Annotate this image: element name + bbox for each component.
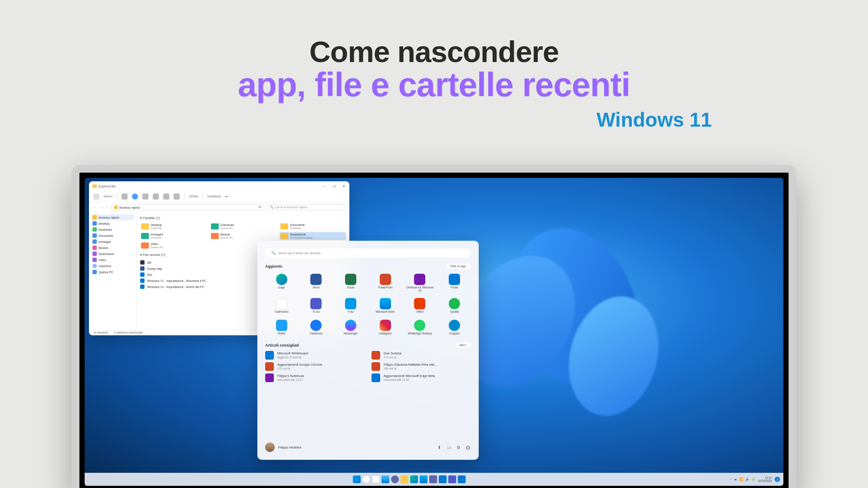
folders-header[interactable]: ▾ Cartelle (7) [140, 216, 346, 220]
pinned-app[interactable]: Microsoft Store [369, 296, 402, 315]
sidebar-item[interactable]: Download [92, 226, 134, 233]
folder-item[interactable]: MusicaQuesto PC [210, 232, 276, 240]
pinned-app[interactable]: To Do [300, 296, 333, 315]
app-icon[interactable] [458, 475, 466, 483]
pinned-app[interactable]: Facebook [300, 318, 333, 337]
copy-icon[interactable] [132, 193, 138, 200]
chevron-up-icon[interactable]: ^ [730, 478, 731, 481]
sidebar-item[interactable]: Screenshot [92, 251, 134, 257]
new-button[interactable] [93, 193, 99, 200]
folder-item[interactable]: VideoQuesto PC [140, 242, 207, 249]
cut-icon[interactable] [122, 193, 128, 200]
pinned-app[interactable]: Excel [334, 272, 367, 294]
sidebar-item[interactable]: Accesso rapido [92, 214, 134, 220]
teams-icon[interactable] [429, 475, 437, 483]
sidebar-item[interactable]: Desktop [92, 220, 134, 226]
folder-item[interactable]: ScreenshotOneDrive\Immagini [279, 232, 346, 240]
pinned-app[interactable]: Edge [265, 272, 298, 294]
pinned-app[interactable]: Word [300, 272, 333, 294]
explorer-titlebar[interactable]: Esplora file ─ ☐ ✕ [89, 181, 349, 191]
sort-label[interactable]: Ordina [189, 195, 198, 198]
pinned-app[interactable]: Instagram [369, 318, 402, 337]
pinned-app[interactable]: Office [404, 296, 437, 315]
pinned-app[interactable]: OneNote for Windows 10 [404, 272, 437, 294]
volume-icon[interactable]: 🔊 [746, 478, 749, 481]
edge-icon[interactable] [410, 475, 418, 483]
up-button[interactable]: ↑ [106, 205, 108, 210]
recommended-item[interactable]: Aggiornamenti Microsoft Edge Betamercole… [372, 373, 471, 382]
folder-item[interactable]: DesktopOneDrive [140, 223, 207, 230]
rec-icon [265, 373, 274, 382]
more-button[interactable]: ••• [225, 195, 228, 198]
start-search-input[interactable]: 🔍 Scrivi qui il testo da cercare. [265, 249, 471, 258]
breadcrumb[interactable]: Accesso rapido ⟳ [111, 204, 265, 210]
back-button[interactable]: ← [93, 205, 97, 210]
clock[interactable]: 12:37 02/10/2021 [758, 476, 772, 482]
recommended-item[interactable]: Microsoft WhiteboardAggiunto di recente [265, 351, 365, 360]
pinned-app[interactable]: Spotify [438, 296, 471, 315]
share-icon[interactable] [163, 193, 169, 200]
sidebar-item[interactable]: OneDrive [92, 263, 134, 269]
start-button[interactable] [353, 475, 361, 483]
app-icon [310, 320, 322, 331]
explorer-search-input[interactable]: 🔍 Cerca in Accesso rapido [267, 204, 345, 210]
widgets-icon[interactable] [381, 475, 389, 483]
sidebar-item[interactable]: Documenti [92, 233, 134, 239]
recommended-item[interactable]: Filippo-Gianluca-Raffaele-Rina dati...18… [372, 362, 471, 371]
battery-icon[interactable]: 🔋 [752, 478, 755, 481]
view-label[interactable]: Visualizza [207, 195, 220, 198]
maximize-button[interactable]: ☐ [332, 184, 336, 188]
folder-item[interactable]: DocumentiOneDrive [279, 223, 346, 230]
mail-icon[interactable] [439, 475, 447, 483]
recommended-item[interactable]: Aggiornamenti Google Chrome17h ore fa [265, 362, 365, 371]
file-icon [140, 272, 145, 277]
avatar[interactable] [265, 442, 275, 452]
folder-item[interactable]: DownloadQuesto PC [210, 223, 276, 230]
pinned-app[interactable]: WhatsApp Desktop [404, 318, 437, 337]
paste-icon[interactable] [142, 193, 148, 200]
sidebar-item[interactable]: Immagini [92, 239, 134, 245]
recommended-item[interactable]: Filippo's Notebookmercoledì alle 13:37 [265, 373, 365, 382]
folder-item[interactable]: ImmaginiOneDrive [140, 232, 207, 240]
minimize-button[interactable]: ─ [322, 184, 327, 188]
refresh-icon[interactable]: ⟳ [259, 206, 261, 209]
pinned-app[interactable]: Calendario [265, 296, 298, 315]
more-button[interactable]: Altro › [456, 343, 471, 347]
explorer-icon[interactable] [401, 475, 408, 483]
all-apps-button[interactable]: Tutte le app › [446, 264, 471, 269]
pinned-app[interactable]: Messenger [334, 318, 367, 337]
folder-icon [141, 223, 149, 229]
todo-icon[interactable] [448, 475, 456, 483]
pinned-app[interactable]: Foto [334, 296, 367, 315]
onedrive-tray-icon[interactable]: ☁ [734, 478, 737, 481]
recommended-item[interactable]: Due Surface17h ore fa [372, 351, 471, 360]
delete-icon[interactable] [174, 193, 180, 200]
rename-icon[interactable] [153, 193, 159, 200]
sidebar-icon [92, 239, 97, 244]
sidebar-item[interactable]: Video [92, 257, 134, 263]
folder-icon[interactable]: ▭ [446, 444, 452, 450]
folder-icon [211, 233, 219, 239]
sidebar-item[interactable]: Questo PC [92, 269, 134, 275]
download-icon[interactable]: ⬇ [436, 444, 442, 450]
pinned-app[interactable]: Twitter [265, 318, 298, 337]
pinned-app[interactable]: Unigram [438, 318, 471, 337]
power-icon[interactable]: ⏻ [465, 444, 471, 450]
close-button[interactable]: ✕ [342, 184, 346, 188]
sidebar-icon [92, 264, 97, 268]
settings-icon[interactable]: ⚙ [455, 444, 461, 450]
notification-badge[interactable]: 2 [775, 477, 780, 482]
system-tray[interactable]: ^ ☁ 📶 🔊 🔋 12:37 02/10/2021 2 [730, 476, 780, 482]
pinned-app[interactable]: Posta [438, 272, 471, 294]
app-icon [414, 320, 425, 331]
taskbar-search-icon[interactable] [362, 475, 370, 483]
chat-icon[interactable] [391, 475, 399, 483]
task-view-icon[interactable] [372, 475, 380, 483]
pinned-app[interactable]: PowerPoint [369, 272, 402, 294]
rec-icon [265, 362, 274, 371]
forward-button[interactable]: → [100, 205, 104, 210]
wifi-icon[interactable]: 📶 [740, 478, 743, 481]
store-icon[interactable] [420, 475, 427, 483]
sidebar-item[interactable]: Musica [92, 245, 134, 251]
username[interactable]: Filippo Molinini [278, 445, 433, 449]
